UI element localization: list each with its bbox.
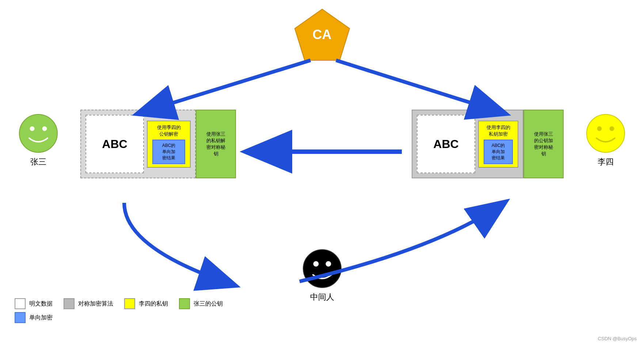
legend-label-oneway: 单向加密 (29, 314, 53, 322)
right-white-box: ABC (417, 115, 475, 173)
svg-point-8 (313, 261, 319, 266)
zhang-san-person: 张三 (18, 113, 58, 167)
left-yellow-title: 使用季四的公钥解密 (157, 124, 181, 137)
left-green-box: 使用张三的私钥解密对称秘钥 (196, 110, 236, 178)
left-white-box: ABC (85, 115, 144, 173)
right-box-container: ABC 使用李四的私钥加密 ABC的单向加密结果 使用张三的公钥加密对称秘钥 (412, 110, 564, 178)
legend: 明文数据 对称加密算法 李四的私钥 张三的公钥 单向加密 (15, 298, 223, 323)
middle-man-label: 中间人 (310, 292, 334, 303)
svg-line-13 (336, 60, 504, 113)
left-blue-hash: ABC的单向加密结果 (152, 140, 185, 164)
li-si-avatar (586, 113, 626, 153)
right-green-text: 使用张三的公钥加密对称秘钥 (534, 131, 553, 157)
legend-box-oneway (15, 312, 26, 323)
svg-point-1 (19, 114, 57, 152)
legend-item-symmetric: 对称加密算法 (64, 298, 113, 309)
zhang-san-avatar (18, 113, 58, 153)
svg-point-6 (610, 126, 614, 131)
legend-label-li-private: 李四的私钥 (139, 300, 168, 308)
ca-pentagon: CA (293, 7, 351, 62)
right-abc-text: ABC (433, 137, 458, 151)
watermark: CSDN @BusyOps (598, 336, 637, 341)
svg-point-2 (30, 126, 34, 131)
legend-label-zhang-public: 张三的公钥 (194, 300, 223, 308)
legend-box-plaintext (15, 298, 26, 309)
left-yellow-box: 使用季四的公钥解密 ABC的单向加密结果 (147, 121, 191, 168)
legend-item-li-private: 李四的私钥 (124, 298, 168, 309)
left-gray-box: ABC 使用季四的公钥解密 ABC的单向加密结果 (80, 110, 196, 178)
svg-point-5 (597, 126, 602, 131)
legend-item-oneway: 单向加密 (15, 312, 53, 323)
middle-man-person: 中间人 (302, 249, 342, 303)
ca-label: CA (313, 27, 332, 42)
li-si-label: 李四 (598, 156, 614, 167)
right-yellow-title: 使用李四的私钥加密 (487, 124, 510, 137)
right-blue-hash: ABC的单向加密结果 (484, 140, 513, 164)
svg-point-9 (326, 261, 331, 266)
right-yellow-box: 使用李四的私钥加密 ABC的单向加密结果 (478, 121, 518, 168)
svg-point-3 (42, 126, 47, 131)
svg-line-12 (139, 60, 310, 113)
right-green-box: 使用张三的公钥加密对称秘钥 (523, 110, 564, 178)
zhang-san-label: 张三 (30, 156, 46, 167)
right-gray-box: ABC 使用李四的私钥加密 ABC的单向加密结果 (412, 110, 523, 178)
legend-box-zhang-public (179, 298, 190, 309)
legend-label-symmetric: 对称加密算法 (78, 300, 113, 308)
left-box-container: ABC 使用季四的公钥解密 ABC的单向加密结果 使用张三的私钥解密对称秘钥 (80, 110, 236, 178)
legend-box-symmetric (64, 298, 75, 309)
left-green-text: 使用张三的私钥解密对称秘钥 (206, 131, 225, 157)
legend-box-li-private (124, 298, 135, 309)
middle-man-avatar (302, 249, 342, 289)
legend-label-plaintext: 明文数据 (29, 300, 53, 308)
legend-item-plaintext: 明文数据 (15, 298, 53, 309)
ca-container: CA (293, 7, 351, 62)
li-si-person: 李四 (586, 113, 626, 167)
svg-point-4 (587, 114, 625, 152)
legend-item-zhang-public: 张三的公钥 (179, 298, 223, 309)
svg-point-7 (303, 250, 341, 288)
left-abc-text: ABC (102, 137, 127, 151)
